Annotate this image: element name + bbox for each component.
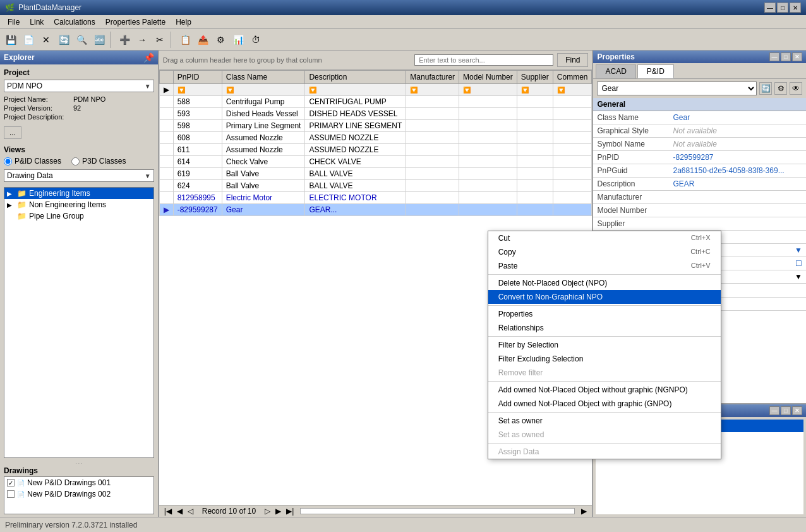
props-settings-button[interactable]: ⚙ <box>774 82 787 95</box>
toolbar-text-button[interactable]: 🔤 <box>91 32 107 48</box>
drawing-checkbox-002[interactable] <box>7 490 15 498</box>
drawing-checkbox-001[interactable]: ✓ <box>7 479 15 487</box>
nav-prev-button[interactable]: ◀ <box>176 507 184 516</box>
toolbar-search-button[interactable]: 🔍 <box>73 32 90 48</box>
table-row-gear[interactable]: ▶ -829599287 Gear GEAR... <box>159 204 592 216</box>
col-header-comment[interactable]: Commen <box>553 71 592 84</box>
menu-link[interactable]: Link <box>25 16 49 28</box>
filter-supplier-cell[interactable]: 🔽 <box>517 84 553 96</box>
ctx-cut[interactable]: Cut Ctrl+X <box>488 231 721 245</box>
filter-mfr-cell[interactable]: 🔽 <box>406 84 459 96</box>
ctx-properties[interactable]: Properties <box>488 307 721 321</box>
ctx-assign-data[interactable]: Assign Data <box>488 445 721 459</box>
radio-pid-input[interactable] <box>4 157 12 166</box>
props-close-button[interactable]: ✕ <box>792 52 802 61</box>
nav-next-page-button[interactable]: ▷ <box>263 507 272 516</box>
drawing-item-001[interactable]: ✓ 📄 New P&ID Drawings 001 <box>4 477 153 488</box>
radio-pid-classes[interactable]: P&ID Classes <box>4 157 61 166</box>
ctx-paste[interactable]: Paste Ctrl+V <box>488 259 721 273</box>
col-header-supplier[interactable]: Supplier <box>517 71 553 84</box>
toolbar-add-button[interactable]: ➕ <box>116 32 133 48</box>
table-row[interactable]: 608 Assumed Nozzle ASSUMED NOZZLE <box>159 132 592 144</box>
props-view-button[interactable]: 👁 <box>790 82 802 95</box>
ctx-set-as-owner[interactable]: Set as owner <box>488 414 721 428</box>
rel-minimize-button[interactable]: — <box>769 406 779 415</box>
tree-item-engineering[interactable]: ▶ 📁 Engineering Items <box>4 188 153 199</box>
table-row[interactable]: 624 Ball Valve BALL VALVE <box>159 180 592 192</box>
drawing-data-dropdown[interactable]: Drawing Data ▼ <box>4 169 154 182</box>
ctx-copy[interactable]: Copy Ctrl+C <box>488 245 721 259</box>
toolbar-settings-button[interactable]: ⚙ <box>212 32 229 48</box>
toolbar-new-button[interactable]: 📄 <box>20 32 37 48</box>
radio-p3d-input[interactable] <box>71 157 80 166</box>
menu-properties-palette[interactable]: Properties Palette <box>100 16 171 28</box>
ctx-add-ngnpo[interactable]: Add owned Not-Placed Object without grap… <box>488 383 721 397</box>
ctx-relationships[interactable]: Relationships <box>488 321 721 335</box>
props-minimize-button[interactable]: — <box>769 52 779 61</box>
radio-p3d-classes[interactable]: P3D Classes <box>71 157 126 166</box>
rel-close-button[interactable]: ✕ <box>792 406 802 415</box>
project-dropdown[interactable]: PDM NPO ▼ <box>4 80 154 92</box>
maximize-button[interactable]: □ <box>777 3 788 13</box>
minimize-button[interactable]: — <box>764 3 776 13</box>
close-button[interactable]: ✕ <box>790 3 801 13</box>
tab-pid[interactable]: P&ID <box>637 64 674 78</box>
toolbar-save-button[interactable]: 💾 <box>3 32 19 48</box>
filter-comment-cell[interactable]: 🔽 <box>553 84 592 96</box>
ctx-convert-ngnpo[interactable]: Convert to Non-Graphical NPO <box>488 290 721 304</box>
tab-acad[interactable]: ACAD <box>596 64 635 78</box>
properties-class-dropdown[interactable]: Gear <box>597 82 757 95</box>
search-input[interactable] <box>414 54 553 66</box>
toolbar-timer-button[interactable]: ⏱ <box>248 32 264 48</box>
table-row[interactable]: 588 Centrifugal Pump CENTRIFUGAL PUMP <box>159 96 592 108</box>
menu-calculations[interactable]: Calculations <box>49 16 100 28</box>
toolbar-refresh-button[interactable]: 🔄 <box>56 32 72 48</box>
drawings-resize-handle[interactable]: · · · <box>4 461 154 466</box>
tree-item-pipeline-group[interactable]: 📁 Pipe Line Group <box>4 210 153 222</box>
table-row[interactable]: 614 Check Valve CHECK VALVE <box>159 156 592 168</box>
filter-desc-cell[interactable]: 🔽 <box>305 84 406 96</box>
filter-pnpid-cell[interactable]: 🔽 <box>173 84 222 96</box>
ellipsis-button[interactable]: ... <box>4 126 21 139</box>
tree-item-non-engineering[interactable]: ▶ 📁 Non Engineering Items <box>4 199 153 210</box>
nav-scroll-right-button[interactable]: ▶ <box>580 507 588 516</box>
toolbar-paste-button[interactable]: 📤 <box>195 32 211 48</box>
prop-tag-btn-icon[interactable]: ☐ <box>795 259 802 268</box>
nav-last-button[interactable]: ▶| <box>285 507 295 516</box>
ctx-add-gnpo[interactable]: Add owned Not-Placed Object with graphic… <box>488 397 721 411</box>
props-maximize-button[interactable]: □ <box>781 52 791 61</box>
scroll-progress-bar[interactable] <box>300 508 575 514</box>
toolbar-arrow-button[interactable]: → <box>134 32 150 48</box>
col-header-pnpid[interactable]: PnPID <box>173 71 222 84</box>
ctx-remove-filter[interactable]: Remove filter <box>488 366 721 380</box>
drawing-item-002[interactable]: 📄 New P&ID Drawings 002 <box>4 488 153 500</box>
menu-help[interactable]: Help <box>171 16 196 28</box>
nav-next-button[interactable]: ▶ <box>274 507 282 516</box>
col-header-description[interactable]: Description <box>305 71 406 84</box>
table-row[interactable]: 593 Dished Heads Vessel DISHED HEADS VES… <box>159 108 592 120</box>
col-header-model[interactable]: Model Number <box>459 71 517 84</box>
ctx-filter-excluding[interactable]: Filter Excluding Selection <box>488 352 721 366</box>
ctx-delete-npo[interactable]: Delete Not-Placed Object (NPO) <box>488 276 721 290</box>
toolbar-chart-button[interactable]: 📊 <box>230 32 246 48</box>
table-row[interactable]: 598 Primary Line Segment PRIMARY LINE SE… <box>159 120 592 132</box>
col-header-manufacturer[interactable]: Manufacturer <box>406 71 459 84</box>
nav-first-button[interactable]: |◀ <box>163 507 173 516</box>
props-refresh-button[interactable]: 🔄 <box>759 82 772 95</box>
prop-status-dropdown-icon[interactable]: ▼ <box>795 246 802 255</box>
find-button[interactable]: Find <box>557 53 588 67</box>
table-row[interactable]: 812958995 Electric Motor ELECTRIC MOTOR <box>159 192 592 204</box>
filter-model-cell[interactable]: 🔽 <box>459 84 517 96</box>
filter-classname-cell[interactable]: 🔽 <box>222 84 305 96</box>
ctx-set-as-owned[interactable]: Set as owned <box>488 428 721 442</box>
toolbar-delete-button[interactable]: ✕ <box>38 32 54 48</box>
nav-prev-page-button[interactable]: ◁ <box>186 507 195 516</box>
ctx-filter-selection[interactable]: Filter by Selection <box>488 338 721 352</box>
explorer-pin-button[interactable]: 📌 <box>143 52 154 63</box>
table-row[interactable]: 611 Assumed Nozzle ASSUMED NOZZLE <box>159 144 592 156</box>
menu-file[interactable]: File <box>3 16 25 28</box>
toolbar-cut-button[interactable]: ✂ <box>152 32 168 48</box>
table-row[interactable]: 619 Ball Valve BALL VALVE <box>159 168 592 180</box>
rel-maximize-button[interactable]: □ <box>781 406 791 415</box>
col-header-classname[interactable]: Class Name <box>222 71 305 84</box>
